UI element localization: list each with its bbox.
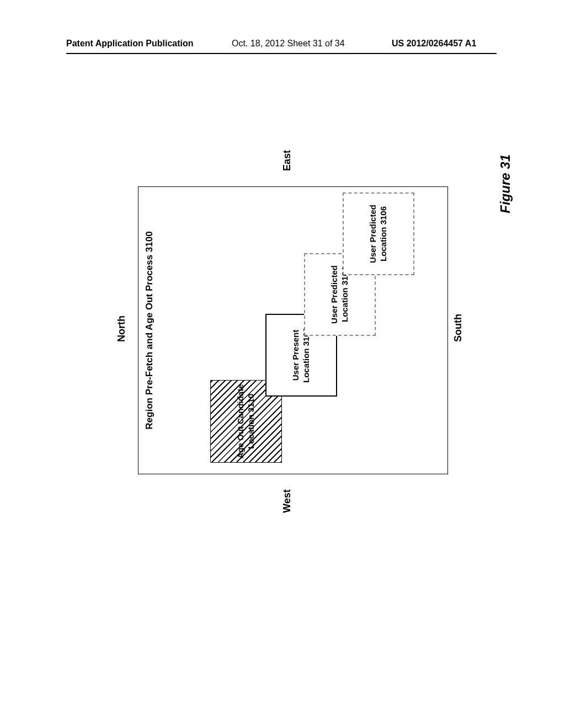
predicted2-label: User Predicted Location 3106 bbox=[368, 197, 389, 271]
diagram-container: North South West East Region Pre-Fetch a… bbox=[99, 138, 486, 524]
compass-west: West bbox=[281, 489, 293, 513]
figure-caption: Figure 31 bbox=[498, 154, 513, 213]
compass-north: North bbox=[116, 315, 127, 342]
header-publication: Patent Application Publication bbox=[66, 39, 194, 49]
compass-east: East bbox=[281, 150, 293, 171]
region-title: Region Pre-Fetch and Age Out Process 310… bbox=[144, 231, 155, 429]
ageout-label: Age Out Candidate Location 3110 bbox=[236, 384, 257, 459]
header-rule bbox=[66, 53, 497, 54]
compass-south: South bbox=[452, 314, 464, 342]
page: Patent Application Publication Oct. 18, … bbox=[0, 0, 565, 728]
diagram-stage: North South West East Region Pre-Fetch a… bbox=[99, 138, 486, 524]
predicted2-box: User Predicted Location 3106 bbox=[343, 192, 414, 275]
header-date-sheet: Oct. 18, 2012 Sheet 31 of 34 bbox=[232, 39, 345, 49]
region-frame: Region Pre-Fetch and Age Out Process 310… bbox=[138, 186, 448, 474]
header-pubnumber: US 2012/0264457 A1 bbox=[392, 39, 476, 49]
